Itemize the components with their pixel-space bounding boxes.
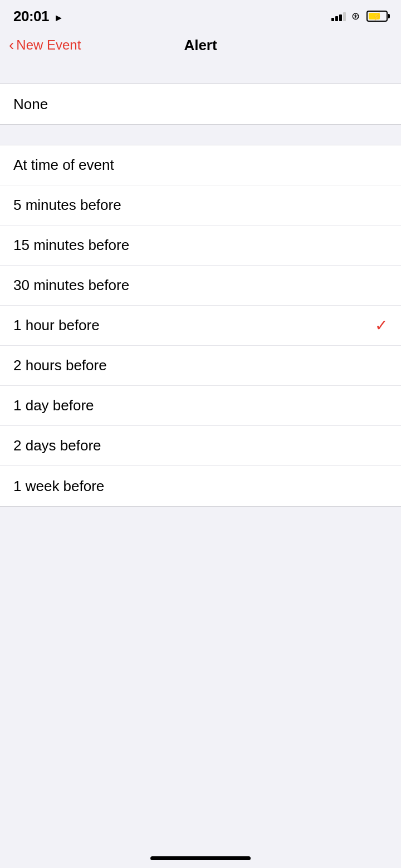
at-time-label: At time of event [13, 156, 114, 174]
2-days-label: 2 days before [13, 437, 101, 454]
signal-bar-3 [339, 14, 342, 21]
home-indicator [150, 856, 251, 860]
middle-section-divider [0, 125, 401, 145]
2-hours-label: 2 hours before [13, 357, 107, 374]
signal-bar-1 [331, 18, 334, 21]
list-item-5-min[interactable]: 5 minutes before [0, 185, 401, 225]
list-item-2-days[interactable]: 2 days before [0, 426, 401, 466]
back-button[interactable]: ‹ New Event [9, 37, 81, 53]
bottom-area [0, 507, 401, 663]
status-bar: 20:01 ► ⊛ ⚡ [0, 0, 401, 30]
selected-checkmark: ✓ [375, 316, 388, 335]
list-item-1-day[interactable]: 1 day before [0, 386, 401, 426]
signal-bars-icon [331, 11, 346, 21]
none-section: None [0, 84, 401, 125]
list-item-15-min[interactable]: 15 minutes before [0, 225, 401, 266]
wifi-icon: ⊛ [351, 10, 360, 22]
list-item-2-hours[interactable]: 2 hours before [0, 346, 401, 386]
1-week-label: 1 week before [13, 478, 104, 495]
alert-options-section: At time of event 5 minutes before 15 min… [0, 145, 401, 507]
none-label: None [13, 96, 48, 113]
list-item-1-hour[interactable]: 1 hour before ✓ [0, 306, 401, 346]
none-option[interactable]: None [0, 84, 401, 124]
page-title: Alert [184, 37, 217, 54]
back-label: New Event [16, 37, 81, 53]
list-item-30-min[interactable]: 30 minutes before [0, 266, 401, 306]
list-item-at-time[interactable]: At time of event [0, 145, 401, 185]
list-item-1-week[interactable]: 1 week before [0, 466, 401, 506]
status-icons: ⊛ ⚡ [331, 10, 388, 22]
15-min-label: 15 minutes before [13, 237, 129, 254]
battery-bolt-icon: ⚡ [373, 12, 382, 21]
1-day-label: 1 day before [13, 397, 94, 414]
5-min-label: 5 minutes before [13, 197, 121, 214]
status-time-area: 20:01 ► [13, 8, 63, 25]
nav-bar: ‹ New Event Alert [0, 30, 401, 63]
battery-icon: ⚡ [366, 11, 388, 22]
1-hour-label: 1 hour before [13, 317, 100, 334]
signal-bar-2 [335, 16, 338, 21]
back-chevron-icon: ‹ [9, 37, 14, 53]
status-time: 20:01 [13, 8, 49, 24]
location-icon: ► [53, 12, 63, 23]
30-min-label: 30 minutes before [13, 277, 129, 294]
signal-bar-4 [343, 12, 346, 21]
top-section-divider [0, 63, 401, 84]
